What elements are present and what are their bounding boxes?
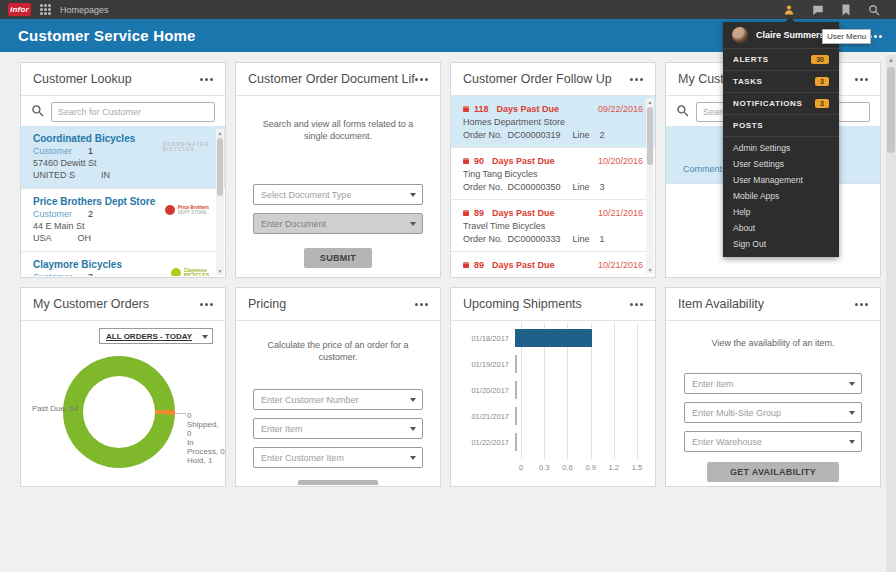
scroll-thumb[interactable] [217, 138, 223, 196]
user-menu-link-admin-settings[interactable]: Admin Settings [723, 140, 839, 156]
card-description: Calculate the price of an order for a cu… [266, 339, 410, 363]
user-menu-section-posts[interactable]: POSTS [723, 114, 839, 136]
line-label: Line [573, 234, 590, 244]
bookmark-icon[interactable] [841, 4, 851, 16]
order-row: Order No.DC00000319Line2 [463, 130, 643, 140]
user-menu-section-tasks[interactable]: TASKS3 [723, 70, 839, 92]
follow-up-status-row: 90Days Past Due10/20/2016 [463, 156, 643, 166]
scroll-thumb[interactable] [887, 67, 895, 153]
app-switcher-icon[interactable] [40, 4, 51, 15]
donut-legend-label: Hold, 1 [187, 456, 225, 465]
card-overflow-menu[interactable] [855, 303, 868, 306]
scroll-up-icon[interactable]: ▲ [646, 99, 654, 105]
orders-filter-select[interactable]: ALL ORDERS - TODAY [99, 328, 213, 344]
card-overflow-menu[interactable] [200, 78, 213, 81]
select-placeholder: Enter Item [261, 424, 303, 434]
card-overflow-menu[interactable] [855, 78, 868, 81]
user-menu-section-notifications[interactable]: NOTIFICATIONS3 [723, 92, 839, 114]
chevron-down-icon [410, 398, 416, 402]
item-availability-card: Item Availability View the availability … [665, 287, 881, 487]
past-due-icon [463, 106, 469, 112]
line-label: Line [573, 130, 590, 140]
logo-text: COORDINATEDBICYCLES [163, 142, 209, 152]
shipments-bar-chart: 01/18/201701/19/201701/20/201701/21/2017… [459, 325, 649, 485]
user-menu-section-alerts[interactable]: ALERTS30 [723, 48, 839, 70]
card-header: Pricing [236, 288, 440, 321]
customer-region-row: UNITED SIN [33, 170, 213, 180]
customer-search-input[interactable] [51, 102, 215, 122]
search-icon[interactable] [868, 4, 880, 16]
card-scrollbar[interactable]: ▲ ▼ [216, 129, 224, 275]
due-date: 09/22/2016 [598, 104, 643, 114]
user-menu-link-user-settings[interactable]: User Settings [723, 156, 839, 172]
customer-label: Customer [33, 146, 72, 156]
user-menu-link-user-management[interactable]: User Management [723, 172, 839, 188]
due-date: 10/21/2016 [598, 208, 643, 218]
availability-select-2[interactable]: Enter Warehouse [684, 431, 862, 452]
card-overflow-menu[interactable] [630, 78, 643, 81]
customer-street: 57460 Dewitt St [33, 158, 213, 168]
pricing-select-1[interactable]: Enter Item [253, 418, 423, 439]
card-overflow-menu[interactable] [415, 303, 428, 306]
order-number: DC00000319 [508, 130, 561, 140]
user-menu-link-about[interactable]: About [723, 220, 839, 236]
submit-button[interactable]: SUBMIT [304, 248, 372, 268]
page-scrollbar[interactable]: ▲ [886, 55, 896, 572]
logo-text: Price BrothersDEPT STORE [178, 205, 209, 215]
user-menu-dropdown: Claire Summers ALERTS30TASKS3NOTIFICATIO… [723, 22, 839, 257]
follow-up-list-item[interactable]: 89Days Past Due10/21/2016 [451, 252, 655, 276]
card-scrollbar[interactable]: ▲ ▼ [646, 98, 654, 274]
customer-list-item[interactable]: Price Brothers Dept StoreCustomer244 E M… [21, 189, 225, 252]
select-placeholder: Enter Document [261, 219, 326, 229]
x-tick-label: 0.9 [585, 463, 595, 472]
customer-list-item[interactable]: Coordinated BicyclesCustomer157460 Dewit… [21, 126, 225, 189]
pricing-card: Pricing Calculate the price of an order … [235, 287, 441, 487]
customer-label: Customer [33, 272, 72, 276]
scroll-thumb[interactable] [647, 107, 653, 165]
card-overflow-menu[interactable] [415, 78, 428, 81]
bar [515, 433, 517, 451]
user-menu-link-sign-out[interactable]: Sign Out [723, 236, 839, 252]
doc-lifecycle-card: Customer Order Document Lifecycle Search… [235, 62, 441, 278]
avatar[interactable] [732, 27, 748, 43]
chart-x-axis: 00.30.60.91.21.5 [521, 463, 637, 473]
comments-link[interactable]: Comments [683, 164, 727, 174]
pricing-select-0[interactable]: Enter Customer Number [253, 389, 423, 410]
infor-logo[interactable]: infor [8, 3, 31, 16]
user-menu-icon[interactable] [783, 4, 795, 16]
donut-legend: 0Shipped, 0In Process, 0Hold, 1 [187, 411, 225, 465]
my-customer-orders-card: My Customer Orders ALL ORDERS - TODAY Pa… [20, 287, 226, 487]
pricing-select-2[interactable]: Enter Customer Item [253, 447, 423, 468]
customer-number: 2 [88, 209, 93, 219]
follow-up-list-item[interactable]: 90Days Past Due10/20/2016Ting Tang Bicyc… [451, 148, 655, 200]
customer-list-item[interactable]: Claymore BicyclesCustomer3197 Bellevue A… [21, 252, 225, 276]
orders-donut-chart[interactable] [63, 356, 175, 468]
scroll-up-icon[interactable]: ▲ [216, 130, 224, 136]
customer-country: UNITED S [33, 170, 75, 180]
follow-up-list-item[interactable]: 118Days Past Due09/22/2016Homes Departme… [451, 96, 655, 148]
scroll-down-icon[interactable]: ▼ [646, 267, 654, 273]
scroll-down-icon[interactable]: ▼ [216, 268, 224, 274]
bar [515, 355, 517, 373]
scroll-up-icon[interactable]: ▲ [886, 57, 896, 63]
availability-select-1[interactable]: Enter Multi-Site Group [684, 402, 862, 423]
user-menu-link-help[interactable]: Help [723, 204, 839, 220]
order-number-label: Order No. [463, 130, 503, 140]
section-label: ALERTS [733, 55, 769, 64]
donut-legend-label: Shipped, 0 [187, 420, 225, 438]
get-price-button[interactable]: GET PRICE [298, 480, 378, 485]
document-type-select[interactable]: Select Document Type [253, 184, 423, 205]
card-overflow-menu[interactable] [630, 303, 643, 306]
homepages-nav-label[interactable]: Homepages [60, 5, 109, 15]
customer-lookup-card: Customer Lookup Coordinated BicyclesCust… [20, 62, 226, 278]
follow-up-list-item[interactable]: 89Days Past Due10/21/2016Travel Time Bic… [451, 200, 655, 252]
get-availability-button[interactable]: GET AVAILABILITY [707, 462, 839, 482]
availability-select-0[interactable]: Enter Item [684, 373, 862, 394]
select-placeholder: Select Document Type [261, 190, 351, 200]
donut-legend-label: 0 [187, 411, 225, 420]
user-menu-link-mobile-apps[interactable]: Mobile Apps [723, 188, 839, 204]
messages-icon[interactable] [812, 4, 824, 16]
filter-value: ALL ORDERS - TODAY [106, 332, 192, 341]
line-number: 3 [600, 182, 605, 192]
card-overflow-menu[interactable] [200, 303, 213, 306]
